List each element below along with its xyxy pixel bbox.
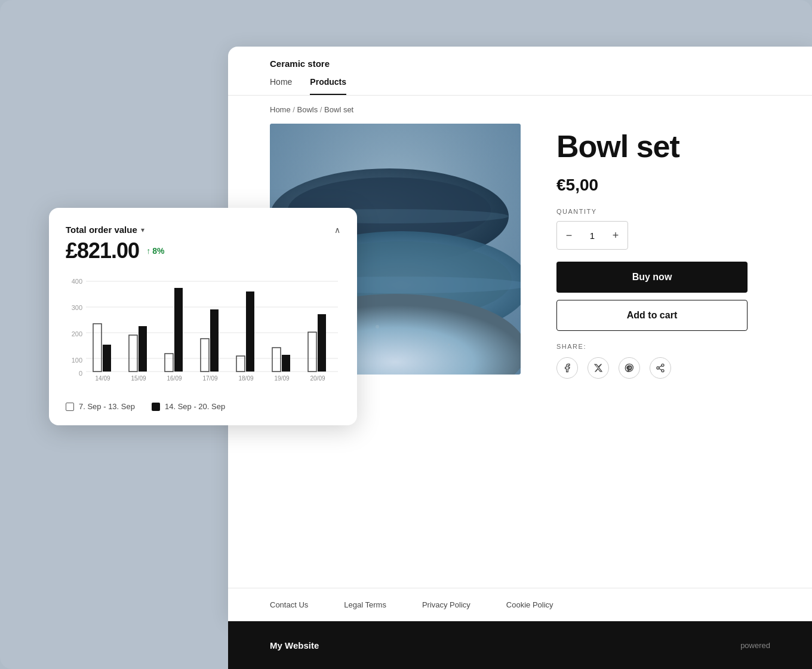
svg-rect-38 bbox=[210, 309, 219, 372]
svg-rect-46 bbox=[308, 332, 316, 372]
footer-contact[interactable]: Contact Us bbox=[270, 600, 308, 609]
svg-text:17/09: 17/09 bbox=[202, 375, 217, 382]
store-nav: Home Products bbox=[270, 77, 770, 95]
share-icons bbox=[556, 357, 770, 379]
card-value: £821.00 bbox=[66, 238, 139, 263]
pinterest-share-icon[interactable] bbox=[619, 357, 640, 379]
card-header: Total order value ▾ ∧ bbox=[66, 225, 340, 235]
svg-rect-37 bbox=[201, 339, 209, 372]
card-title-row: Total order value ▾ bbox=[66, 225, 144, 235]
svg-point-8 bbox=[424, 337, 426, 340]
svg-text:400: 400 bbox=[72, 278, 82, 285]
breadcrumb: Home / Bowls / Bowl set bbox=[228, 96, 812, 124]
card-value-row: £821.00 ↑ 8% bbox=[66, 238, 340, 263]
svg-rect-32 bbox=[139, 326, 147, 372]
footer-legal[interactable]: Legal Terms bbox=[344, 600, 386, 609]
footer-links: Contact Us Legal Terms Privacy Policy Co… bbox=[228, 588, 812, 621]
quantity-value: 1 bbox=[581, 231, 604, 241]
facebook-share-icon[interactable] bbox=[556, 357, 578, 379]
quantity-label: QUANTITY bbox=[556, 208, 770, 215]
store-header: Ceramic store Home Products bbox=[228, 47, 812, 96]
product-details: Bowl set €5,00 QUANTITY − 1 + Buy now Ad… bbox=[556, 124, 770, 379]
quantity-control: − 1 + bbox=[556, 221, 628, 250]
svg-text:100: 100 bbox=[72, 357, 82, 364]
svg-text:16/09: 16/09 bbox=[167, 375, 182, 382]
share-label: SHARE: bbox=[556, 343, 770, 350]
bottom-powered: powered bbox=[740, 641, 770, 650]
svg-rect-44 bbox=[282, 355, 290, 372]
buy-now-button[interactable]: Buy now bbox=[556, 262, 748, 293]
svg-text:200: 200 bbox=[72, 330, 82, 337]
trend-up-icon: ↑ bbox=[146, 246, 150, 256]
chart-svg: 400 300 200 100 0 14/09 15/09 bbox=[66, 273, 340, 392]
svg-text:300: 300 bbox=[72, 304, 82, 311]
svg-rect-34 bbox=[165, 354, 173, 372]
general-share-icon[interactable] bbox=[650, 357, 671, 379]
svg-text:19/09: 19/09 bbox=[274, 375, 289, 382]
card-trend: ↑ 8% bbox=[146, 246, 164, 256]
svg-rect-43 bbox=[272, 348, 281, 372]
twitter-x-share-icon[interactable] bbox=[588, 357, 609, 379]
nav-home[interactable]: Home bbox=[270, 77, 292, 95]
svg-text:18/09: 18/09 bbox=[238, 375, 253, 382]
svg-line-17 bbox=[659, 366, 662, 368]
card-collapse-icon[interactable]: ∧ bbox=[334, 225, 340, 235]
breadcrumb-home[interactable]: Home bbox=[270, 105, 291, 114]
product-name: Bowl set bbox=[556, 130, 770, 164]
svg-rect-41 bbox=[246, 291, 254, 372]
svg-rect-31 bbox=[129, 335, 137, 372]
chart-legend: 7. Sep - 13. Sep 14. Sep - 20. Sep bbox=[66, 402, 340, 411]
breadcrumb-current: Bowl set bbox=[324, 105, 353, 114]
svg-rect-29 bbox=[103, 345, 111, 372]
card-title: Total order value bbox=[66, 225, 137, 235]
breadcrumb-bowls[interactable]: Bowls bbox=[297, 105, 318, 114]
svg-text:15/09: 15/09 bbox=[131, 375, 146, 382]
store-logo: Ceramic store bbox=[270, 59, 770, 69]
svg-line-16 bbox=[659, 369, 662, 370]
quantity-decrease-button[interactable]: − bbox=[557, 222, 581, 249]
legend-prev-box bbox=[66, 403, 74, 411]
legend-prev-label: 7. Sep - 13. Sep bbox=[79, 402, 135, 411]
add-to-cart-button[interactable]: Add to cart bbox=[556, 300, 748, 331]
svg-rect-28 bbox=[93, 324, 102, 372]
trend-percentage: 8% bbox=[152, 246, 164, 256]
nav-products[interactable]: Products bbox=[310, 77, 346, 95]
footer-cookie[interactable]: Cookie Policy bbox=[506, 600, 553, 609]
legend-curr-label: 14. Sep - 20. Sep bbox=[165, 402, 225, 411]
legend-curr: 14. Sep - 20. Sep bbox=[152, 402, 225, 411]
bottom-brand: My Website bbox=[270, 640, 319, 650]
chart-container: 400 300 200 100 0 14/09 15/09 bbox=[66, 273, 340, 392]
svg-text:0: 0 bbox=[79, 370, 82, 377]
svg-text:20/09: 20/09 bbox=[310, 375, 325, 382]
legend-prev: 7. Sep - 13. Sep bbox=[66, 402, 135, 411]
footer-privacy[interactable]: Privacy Policy bbox=[422, 600, 470, 609]
product-price: €5,00 bbox=[556, 176, 770, 195]
svg-text:14/09: 14/09 bbox=[95, 375, 110, 382]
svg-point-10 bbox=[448, 343, 450, 346]
svg-point-7 bbox=[376, 325, 379, 329]
analytics-card: Total order value ▾ ∧ £821.00 ↑ 8% 400 3… bbox=[49, 208, 357, 425]
svg-rect-47 bbox=[318, 314, 326, 372]
quantity-increase-button[interactable]: + bbox=[604, 222, 628, 249]
bottom-bar: My Website powered bbox=[228, 621, 812, 669]
svg-rect-35 bbox=[174, 288, 183, 372]
legend-curr-box bbox=[152, 403, 160, 411]
card-dropdown-icon[interactable]: ▾ bbox=[141, 226, 144, 234]
